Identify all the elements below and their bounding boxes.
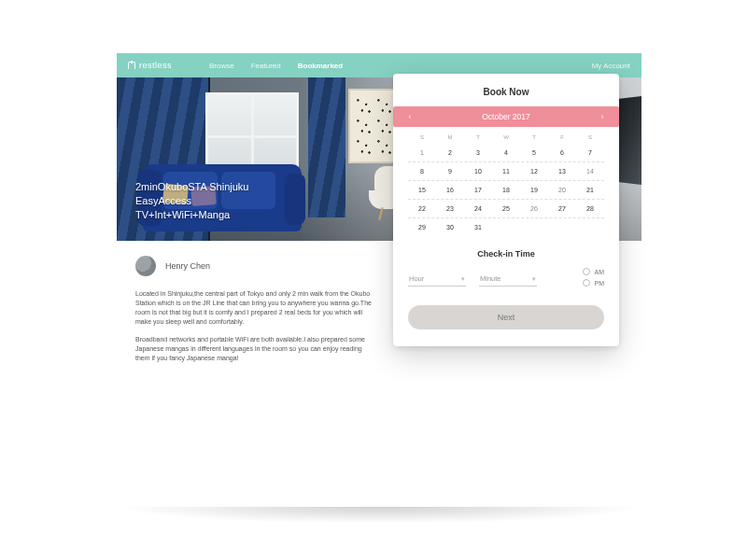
brand-name: restless <box>139 61 172 70</box>
calendar-day[interactable]: 16 <box>436 181 464 199</box>
radio-icon <box>583 268 590 275</box>
hour-placeholder: Hour <box>409 274 424 283</box>
calendar-day[interactable]: 10 <box>464 162 492 180</box>
nav-link-browse[interactable]: Browse <box>209 62 234 70</box>
lock-icon <box>128 62 135 69</box>
am-radio-row[interactable]: AM <box>583 268 605 275</box>
listing-title: 2minOkuboSTA Shinjuku EasyAccess TV+Int+… <box>135 180 248 222</box>
booking-card: Book Now ‹ October 2017 › SMTWTFS 123456… <box>393 74 619 346</box>
radio-icon <box>583 279 590 287</box>
listing-title-line1: 2minOkuboSTA Shinjuku <box>135 180 248 194</box>
calendar-day[interactable]: 3 <box>464 144 492 161</box>
calendar-day-empty <box>520 218 548 236</box>
calendar-day[interactable]: 25 <box>492 200 520 217</box>
calendar-dow: S <box>576 134 604 140</box>
nav-link-bookmarked[interactable]: Bookmarked <box>298 62 343 70</box>
calendar-day[interactable]: 23 <box>436 200 464 217</box>
page-shadow <box>117 507 641 524</box>
calendar-prev-month[interactable]: ‹ <box>399 106 421 127</box>
calendar-day[interactable]: 24 <box>464 200 492 217</box>
description-p2: Broadband networks and portable WiFi are… <box>135 335 378 363</box>
calendar-day[interactable]: 29 <box>408 218 436 236</box>
calendar-dow: M <box>436 134 464 140</box>
calendar-days-grid: 1234567891011121314151617181920212223242… <box>408 144 604 236</box>
calendar-dow: W <box>492 134 520 140</box>
pm-label: PM <box>595 280 605 287</box>
calendar-day[interactable]: 5 <box>520 144 548 161</box>
calendar-dow: T <box>464 134 492 140</box>
nav-link-featured[interactable]: Featured <box>251 62 281 70</box>
calendar-day[interactable]: 4 <box>492 144 520 161</box>
calendar-day[interactable]: 31 <box>464 218 492 236</box>
calendar-month-label: October 2017 <box>482 112 530 121</box>
calendar-day[interactable]: 1 <box>408 144 436 161</box>
calendar-dow: S <box>408 134 436 140</box>
calendar-month-bar: ‹ October 2017 › <box>393 106 619 127</box>
calendar-day[interactable]: 19 <box>520 181 548 199</box>
booking-title: Book Now <box>408 87 604 97</box>
calendar-next-month[interactable]: › <box>591 106 613 127</box>
nav-links: Browse Featured Bookmarked <box>209 62 343 70</box>
calendar-day[interactable]: 17 <box>464 181 492 199</box>
calendar-day[interactable]: 13 <box>548 162 576 180</box>
nav-my-account[interactable]: My Account <box>592 62 630 70</box>
calendar-day[interactable]: 11 <box>492 162 520 180</box>
author-row: Henry Chen <box>135 256 378 276</box>
listing-title-line2: EasyAccess <box>135 194 248 208</box>
next-button[interactable]: Next <box>408 305 604 329</box>
checkin-time-row: Hour ▾ Minute ▾ AM PM <box>408 268 604 290</box>
am-label: AM <box>595 269 605 275</box>
calendar-day[interactable]: 21 <box>576 181 604 199</box>
author-name: Henry Chen <box>165 261 210 271</box>
calendar-day[interactable]: 27 <box>548 200 576 217</box>
calendar-day[interactable]: 14 <box>576 162 604 180</box>
pm-radio-row[interactable]: PM <box>583 279 605 287</box>
calendar-dow-row: SMTWTFS <box>408 134 604 140</box>
calendar-day[interactable]: 28 <box>576 200 604 217</box>
minute-select[interactable]: Minute ▾ <box>479 272 537 287</box>
calendar-day[interactable]: 9 <box>436 162 464 180</box>
minute-placeholder: Minute <box>480 274 501 283</box>
calendar-day[interactable]: 22 <box>408 200 436 217</box>
calendar-day-empty <box>492 218 520 236</box>
calendar-day[interactable]: 2 <box>436 144 464 161</box>
calendar-day-empty <box>576 218 604 236</box>
brand-logo[interactable]: restless <box>128 61 172 70</box>
calendar-dow: F <box>548 134 576 140</box>
listing-title-line3: TV+Int+WiFi+Manga <box>135 208 248 222</box>
calendar-day[interactable]: 26 <box>520 200 548 217</box>
calendar-day[interactable]: 8 <box>408 162 436 180</box>
avatar[interactable] <box>135 256 156 276</box>
hour-select[interactable]: Hour ▾ <box>408 272 466 287</box>
calendar-day[interactable]: 18 <box>492 181 520 199</box>
listing-description: Located in Shinjuku,the central part of … <box>135 289 378 363</box>
calendar-day-empty <box>548 218 576 236</box>
calendar-day[interactable]: 7 <box>576 144 604 161</box>
chevron-down-icon: ▾ <box>532 275 536 283</box>
calendar-dow: T <box>520 134 548 140</box>
calendar-day[interactable]: 20 <box>548 181 576 199</box>
calendar-day[interactable]: 6 <box>548 144 576 161</box>
description-p1: Located in Shinjuku,the central part of … <box>135 289 378 328</box>
calendar-day[interactable]: 12 <box>520 162 548 180</box>
calendar-day[interactable]: 30 <box>436 218 464 236</box>
ampm-group: AM PM <box>583 268 605 290</box>
listing-content: Henry Chen Located in Shinjuku,the centr… <box>117 241 397 363</box>
chevron-down-icon: ▾ <box>461 275 465 283</box>
calendar-day[interactable]: 15 <box>408 181 436 199</box>
checkin-title: Check-in Time <box>408 249 604 259</box>
